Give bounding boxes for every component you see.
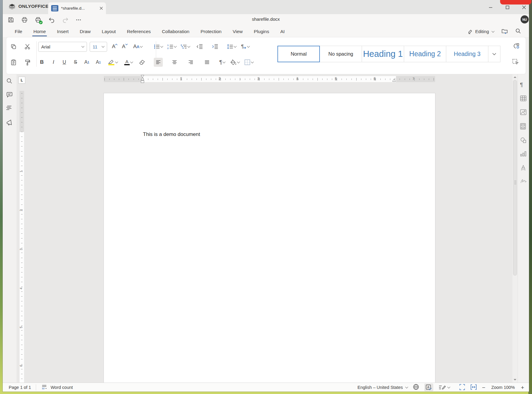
chevron-down-icon[interactable] [115,60,118,63]
tab-insert[interactable]: Insert [56,27,69,36]
increase-font-size-button[interactable]: A [112,44,115,50]
headings-navigation-icon[interactable] [6,105,13,112]
bold-button[interactable]: B [40,59,44,65]
justify-button[interactable] [203,58,212,67]
tab-plugins[interactable]: Plugins [253,27,270,36]
tab-stop-selector[interactable]: L [18,77,25,84]
search-icon[interactable] [6,78,13,85]
tab-collaboration[interactable]: Collaboration [161,27,190,36]
spell-check-toggle[interactable]: A [424,383,433,391]
signature-settings-icon[interactable] [520,178,527,186]
style-normal[interactable]: Normal [277,46,320,62]
style-no-spacing[interactable]: No spacing [320,46,362,62]
format-painter-icon[interactable] [24,59,31,66]
open-file-location-icon[interactable] [501,28,508,35]
decrease-font-size-button[interactable]: A [122,44,125,50]
print-icon[interactable] [21,17,28,24]
tab-view[interactable]: View [232,27,243,36]
table-settings-icon[interactable] [520,95,527,103]
vertical-ruler[interactable]: 1 2 3 4 5 6 [20,91,24,389]
chart-settings-icon[interactable] [520,151,527,158]
tab-home[interactable]: Home [33,27,46,36]
editing-mode-selector[interactable]: Editing [468,29,494,34]
save-icon[interactable] [8,17,15,24]
style-heading2[interactable]: Heading 2 [404,46,446,62]
header-footer-settings-icon[interactable] [520,123,527,130]
close-button[interactable] [519,4,528,11]
shape-settings-icon[interactable] [520,137,527,144]
tab-protection[interactable]: Protection [200,27,222,36]
increase-indent-button[interactable] [212,44,218,49]
scrollbar-thumb[interactable] [513,80,517,275]
subscript-button[interactable]: A1 [96,60,101,65]
tab-file[interactable]: File [14,27,23,36]
style-heading1[interactable]: Heading 1 [362,46,404,62]
numbering-button[interactable]: 12 [167,44,176,49]
set-document-language-icon[interactable] [413,384,419,391]
tab-close-icon[interactable] [100,7,103,10]
indent-marker[interactable] [141,75,144,84]
language-selector[interactable]: English – United States [357,385,408,390]
fit-to-width-button[interactable] [470,384,477,391]
redo-icon[interactable] [62,17,69,24]
zoom-in-button[interactable]: + [521,385,524,390]
vertical-scrollbar[interactable] [512,74,518,383]
align-right-button[interactable] [186,58,195,67]
text-art-settings-icon[interactable] [520,165,527,172]
line-spacing-button[interactable] [227,44,236,49]
font-name-select[interactable]: Arial [38,42,87,52]
word-count-icon[interactable]: 12 [41,384,48,391]
search-icon[interactable] [515,28,521,35]
tab-ai[interactable]: AI [280,27,285,36]
more-actions-icon[interactable] [75,17,82,24]
align-left-button[interactable] [154,58,163,67]
superscript-button[interactable]: A1 [84,60,89,65]
scroll-down-icon[interactable] [514,379,516,381]
document-page[interactable] [104,93,435,392]
strikethrough-button[interactable]: S [74,60,77,65]
underline-button[interactable]: U [63,60,66,65]
tab-layout[interactable]: Layout [101,27,116,36]
copy-icon[interactable] [10,44,17,50]
styles-expand-button[interactable] [488,46,500,62]
nonprinting-characters-button[interactable]: ¶ [219,59,225,66]
right-indent-marker[interactable] [392,78,396,82]
multilevel-list-button[interactable] [181,44,190,49]
highlight-color-button[interactable] [108,60,115,65]
cut-icon[interactable] [24,43,31,50]
maximize-button[interactable] [503,4,512,11]
paragraph-settings-icon[interactable]: ¶ [520,82,527,89]
zoom-out-button[interactable]: − [482,385,485,390]
clear-formatting-icon[interactable] [139,60,145,65]
zoom-level[interactable]: Zoom 100% [490,385,516,390]
decrease-indent-button[interactable] [196,44,203,49]
avatar[interactable]: NU [521,15,529,23]
borders-button[interactable] [244,59,253,65]
page-indicator[interactable]: Page 1 of 1 [9,385,31,390]
comments-icon[interactable] [6,91,13,99]
tab-references[interactable]: References [126,27,151,36]
document-text[interactable]: This is a demo document [143,131,200,137]
paragraph-direction-button[interactable]: ¶ [241,44,249,49]
quick-print-icon[interactable] [35,17,42,24]
scroll-up-icon[interactable] [514,76,516,78]
horizontal-ruler[interactable]: 1 2 3 4 5 6 7 [104,76,435,82]
copy-style-icon[interactable] [512,42,520,50]
word-count-label[interactable]: Word count [51,385,73,390]
style-heading3[interactable]: Heading 3 [446,46,488,62]
bullets-button[interactable] [154,44,163,49]
italic-button[interactable]: I [53,59,54,65]
font-size-select[interactable]: 11 [90,42,107,52]
image-settings-icon[interactable] [520,109,527,116]
font-color-button[interactable]: A [124,59,130,65]
paste-icon[interactable] [10,59,17,66]
tab-draw[interactable]: Draw [79,27,91,36]
undo-icon[interactable] [48,17,55,24]
feedback-icon[interactable] [6,119,13,126]
align-center-button[interactable] [170,58,179,67]
minimize-button[interactable] [486,4,495,11]
track-changes-toggle[interactable] [438,384,450,390]
shading-button[interactable] [230,59,240,65]
select-tool-icon[interactable] [512,58,520,66]
fit-to-page-button[interactable] [459,384,465,391]
